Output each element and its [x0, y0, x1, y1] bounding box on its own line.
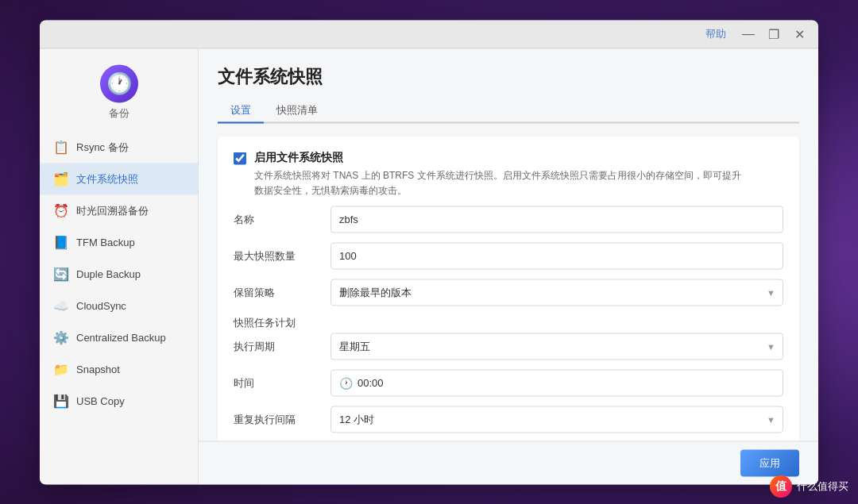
cloudsync-icon: ☁️ — [52, 297, 70, 314]
sidebar-item-label-snapshot: 文件系统快照 — [76, 171, 138, 186]
form-row-retention: 保留策略 删除最早的版本 保留所有版本 ▼ — [234, 279, 783, 306]
app-logo: 🕐 — [100, 64, 138, 102]
titlebar: 帮助 — ❐ ✕ — [40, 20, 818, 48]
form-area: 启用文件系统快照 文件系统快照将对 TNAS 上的 BTRFS 文件系统进行快照… — [199, 123, 818, 441]
sidebar-item-label-centralized: Centralized Backup — [76, 332, 166, 344]
apply-button[interactable]: 应用 — [740, 449, 799, 476]
select-repeat[interactable]: 不重复 1 小时 2 小时 4 小时 6 小时 12 小时 24 小时 — [330, 406, 783, 433]
watermark-icon: 值 — [770, 475, 792, 498]
rsync-icon: 📋 — [52, 138, 70, 156]
sidebar-item-centralized[interactable]: ⚙️ Centralized Backup — [40, 321, 198, 353]
form-row-max: 最大快照数量 — [234, 242, 783, 269]
watermark: 值 什么值得买 — [770, 475, 848, 498]
content-area: 🕐 备份 📋 Rsync 备份 🗂️ 文件系统快照 ⏰ 时光回溯器备份 — [40, 48, 818, 484]
snapshot-icon: 🗂️ — [52, 170, 70, 187]
sidebar-item-duple[interactable]: 🔄 Duple Backup — [40, 258, 198, 290]
sidebar-nav: 📋 Rsync 备份 🗂️ 文件系统快照 ⏰ 时光回溯器备份 📘 TFM Bac… — [40, 131, 198, 417]
sidebar-item-label-rsync: Rsync 备份 — [76, 140, 129, 154]
select-period-wrapper: 每天 星期一 星期二 星期三 星期四 星期五 星期六 星期日 ▼ — [330, 333, 783, 360]
time-input[interactable] — [358, 377, 405, 389]
close-button[interactable]: ✕ — [788, 23, 810, 45]
enable-label: 启用文件系统快照 — [254, 150, 747, 164]
sidebar-item-label-duple: Duple Backup — [76, 268, 141, 280]
form-row-time: 时间 🕐 — [234, 369, 783, 396]
enable-content: 启用文件系统快照 文件系统快照将对 TNAS 上的 BTRFS 文件系统进行快照… — [254, 150, 747, 198]
schedule-section-title: 快照任务计划 — [234, 315, 783, 329]
sidebar-item-snapshot2[interactable]: 📁 Snapshot — [40, 353, 198, 385]
watermark-text: 什么值得买 — [797, 479, 848, 494]
sidebar-item-timemachine[interactable]: ⏰ 时光回溯器备份 — [40, 194, 198, 226]
sidebar-item-label-timemachine: 时光回溯器备份 — [76, 203, 149, 217]
snapshot2-icon: 📁 — [52, 360, 70, 378]
logo-circle: 🕐 — [100, 64, 138, 102]
label-time: 时间 — [234, 375, 321, 390]
enable-checkbox[interactable] — [234, 152, 246, 164]
select-retention-wrapper: 删除最早的版本 保留所有版本 ▼ — [330, 279, 783, 306]
tab-list[interactable]: 快照清单 — [264, 98, 330, 123]
tab-settings[interactable]: 设置 — [218, 98, 264, 123]
time-wrapper: 🕐 — [330, 369, 783, 396]
main-window: 帮助 — ❐ ✕ 🕐 备份 📋 Rsync 备份 🗂️ — [40, 20, 818, 484]
sidebar-item-label-usbcopy: USB Copy — [76, 395, 125, 407]
label-max: 最大快照数量 — [234, 248, 321, 263]
sidebar-item-tfm[interactable]: 📘 TFM Backup — [40, 226, 198, 258]
sidebar-item-label-cloudsync: CloudSync — [76, 300, 126, 312]
tfm-icon: 📘 — [52, 233, 70, 251]
restore-button[interactable]: ❐ — [763, 23, 785, 45]
centralized-icon: ⚙️ — [52, 329, 70, 346]
minimize-button[interactable]: — — [737, 23, 759, 45]
enable-desc: 文件系统快照将对 TNAS 上的 BTRFS 文件系统进行快照。启用文件系统快照… — [254, 167, 747, 198]
clock-icon: 🕐 — [106, 71, 132, 96]
input-name[interactable] — [330, 206, 783, 233]
page-title: 文件系统快照 — [218, 64, 799, 88]
help-button[interactable]: 帮助 — [705, 27, 726, 41]
label-repeat: 重复执行间隔 — [234, 412, 321, 426]
duple-icon: 🔄 — [52, 265, 70, 283]
select-retention[interactable]: 删除最早的版本 保留所有版本 — [330, 279, 783, 306]
sidebar-title: 备份 — [109, 106, 129, 120]
tab-bar: 设置 快照清单 — [218, 98, 799, 123]
settings-card: 启用文件系统快照 文件系统快照将对 TNAS 上的 BTRFS 文件系统进行快照… — [218, 136, 799, 441]
select-period[interactable]: 每天 星期一 星期二 星期三 星期四 星期五 星期六 星期日 — [330, 333, 783, 360]
titlebar-actions: 帮助 — ❐ ✕ — [705, 23, 810, 45]
sidebar-item-label-tfm: TFM Backup — [76, 237, 135, 248]
main-header: 文件系统快照 设置 快照清单 — [199, 48, 818, 123]
usbcopy-icon: 💾 — [52, 392, 70, 410]
label-name: 名称 — [234, 212, 321, 226]
enable-checkbox-wrapper — [234, 152, 246, 167]
sidebar-item-label-snapshot2: Snapshot — [76, 364, 120, 375]
form-row-repeat: 重复执行间隔 不重复 1 小时 2 小时 4 小时 6 小时 12 小时 24 … — [234, 406, 783, 433]
main-panel: 文件系统快照 设置 快照清单 启用文件系统快照 — [199, 48, 818, 484]
form-row-name: 名称 — [234, 206, 783, 233]
label-retention: 保留策略 — [234, 285, 321, 299]
label-period: 执行周期 — [234, 339, 321, 353]
footer: 应用 — [199, 441, 818, 484]
input-max-snapshots[interactable] — [330, 242, 783, 269]
sidebar-item-cloudsync[interactable]: ☁️ CloudSync — [40, 290, 198, 321]
sidebar-item-usbcopy[interactable]: 💾 USB Copy — [40, 385, 198, 417]
form-row-period: 执行周期 每天 星期一 星期二 星期三 星期四 星期五 星期六 星期日 — [234, 333, 783, 360]
enable-row: 启用文件系统快照 文件系统快照将对 TNAS 上的 BTRFS 文件系统进行快照… — [234, 150, 783, 198]
sidebar-item-snapshot[interactable]: 🗂️ 文件系统快照 — [40, 163, 198, 194]
sidebar-item-rsync[interactable]: 📋 Rsync 备份 — [40, 131, 198, 163]
sidebar: 🕐 备份 📋 Rsync 备份 🗂️ 文件系统快照 ⏰ 时光回溯器备份 — [40, 48, 199, 484]
select-repeat-wrapper: 不重复 1 小时 2 小时 4 小时 6 小时 12 小时 24 小时 ▼ — [330, 406, 783, 433]
clock-small-icon: 🕐 — [339, 376, 353, 389]
timemachine-icon: ⏰ — [52, 202, 70, 219]
